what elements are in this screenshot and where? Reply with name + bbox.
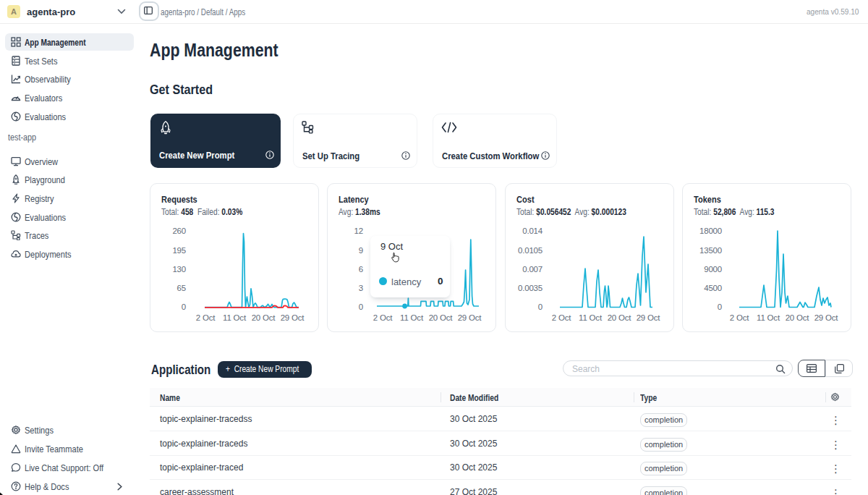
svg-text:0.0035: 0.0035 [518, 284, 542, 292]
svg-text:29 Oct: 29 Oct [281, 313, 305, 322]
svg-text:0: 0 [538, 302, 542, 311]
svg-text:3: 3 [359, 284, 363, 292]
svg-text:0: 0 [359, 302, 363, 311]
svg-text:11 Oct: 11 Oct [579, 313, 603, 322]
svg-text:20 Oct: 20 Oct [786, 313, 810, 322]
svg-text:29 Oct: 29 Oct [637, 313, 661, 322]
svg-text:13500: 13500 [699, 246, 722, 255]
svg-text:0.007: 0.007 [522, 265, 542, 274]
svg-text:9: 9 [359, 246, 363, 255]
svg-text:12: 12 [354, 227, 363, 235]
svg-text:2 Oct: 2 Oct [373, 313, 393, 322]
svg-text:18000: 18000 [699, 227, 722, 235]
svg-text:29 Oct: 29 Oct [814, 313, 839, 322]
svg-text:11 Oct: 11 Oct [757, 313, 780, 322]
svg-text:11 Oct: 11 Oct [400, 313, 424, 322]
svg-text:0.0105: 0.0105 [518, 246, 542, 255]
svg-text:2 Oct: 2 Oct [730, 313, 749, 322]
svg-text:6: 6 [359, 265, 363, 274]
svg-text:195: 195 [172, 246, 186, 255]
svg-text:9000: 9000 [704, 265, 722, 274]
svg-text:29 Oct: 29 Oct [458, 313, 482, 322]
svg-text:0: 0 [182, 302, 186, 311]
svg-text:20 Oct: 20 Oct [429, 313, 454, 322]
svg-text:20 Oct: 20 Oct [252, 313, 276, 322]
svg-text:4500: 4500 [704, 284, 722, 292]
svg-text:65: 65 [177, 284, 186, 292]
svg-text:0: 0 [718, 302, 722, 311]
svg-text:2 Oct: 2 Oct [552, 313, 571, 322]
svg-text:2 Oct: 2 Oct [196, 313, 216, 322]
svg-text:130: 130 [172, 265, 186, 274]
svg-text:0.014: 0.014 [522, 227, 543, 235]
svg-text:20 Oct: 20 Oct [608, 313, 632, 322]
svg-text:260: 260 [172, 227, 186, 235]
svg-text:11 Oct: 11 Oct [223, 313, 247, 322]
